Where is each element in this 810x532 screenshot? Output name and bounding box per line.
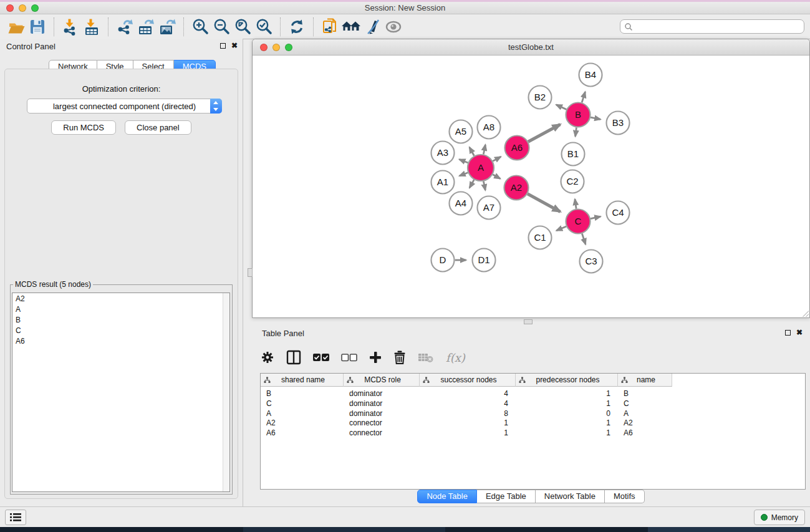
scrollbar-track[interactable] [223,293,229,491]
export-image-button[interactable] [157,17,178,37]
table-settings-button[interactable] [261,351,274,364]
graph-edge-A-A6[interactable] [493,157,501,161]
delete-column-button[interactable] [393,351,406,364]
window-resize-grip[interactable] [801,309,809,317]
graph-edge-A2-C[interactable] [528,194,560,212]
create-column-button[interactable] [369,351,382,364]
graph-edge-B-B4[interactable] [582,92,585,102]
zoom-fit-button[interactable] [232,17,253,37]
graph-node-A4[interactable]: A4 [450,192,473,215]
graph-node-B3[interactable]: B3 [607,112,630,135]
column-header-predecessor-nodes[interactable]: predecessor nodes [516,374,618,387]
graph-edge-A6-B[interactable] [528,124,560,142]
memory-button[interactable]: Memory [754,510,805,525]
graph-node-C4[interactable]: C4 [607,201,630,225]
splitter-handle-vertical[interactable] [248,268,253,277]
mcds-result-item[interactable]: A [12,304,229,314]
zoom-selected-button[interactable] [253,17,274,37]
graphics-details-button[interactable] [362,17,383,37]
table-cell[interactable]: 1 [420,418,516,428]
table-cell[interactable]: 1 [516,428,618,438]
table-cell[interactable]: dominator [344,389,420,399]
graph-edge-B-B1[interactable] [576,127,577,136]
mcds-result-item[interactable]: B [12,314,229,325]
cybrowser-home-button[interactable] [340,17,362,37]
table-cell[interactable]: 1 [516,418,618,428]
show-column-panel-button[interactable] [286,350,301,365]
table-cell[interactable]: dominator [344,409,420,418]
graph-edge-A-A1[interactable] [460,173,468,176]
graph-node-A6[interactable]: A6 [505,136,529,160]
splitter-handle-horizontal[interactable] [524,319,533,324]
table-cell[interactable]: A2 [261,418,344,428]
graph-node-C[interactable]: C [566,210,591,234]
graph-node-A5[interactable]: A5 [450,120,473,143]
import-network-button[interactable] [60,17,81,37]
graph-edge-A-A8[interactable] [483,145,485,154]
graph-node-B2[interactable]: B2 [529,86,552,109]
select-all-columns-button[interactable] [313,353,329,362]
float-table-panel-icon[interactable] [785,330,791,336]
graph-edge-A-A3[interactable] [460,159,468,163]
tab-edge-table[interactable]: Edge Table [477,490,536,503]
import-table-button[interactable] [81,17,102,37]
graph-node-B4[interactable]: B4 [579,64,602,87]
column-header-shared-name[interactable]: shared name [261,374,344,387]
graph-edge-B-B2[interactable] [556,105,566,110]
graph-edge-A-A5[interactable] [470,147,475,156]
tab-motifs[interactable]: Motifs [605,490,645,503]
graph-edge-C-C3[interactable] [582,233,586,244]
table-cell[interactable]: B [261,389,344,399]
table-cell[interactable]: A [618,409,672,418]
graph-node-C3[interactable]: C3 [580,250,603,273]
graph-node-A3[interactable]: A3 [432,142,455,165]
deselect-all-columns-button[interactable] [341,353,357,362]
graph-node-A1[interactable]: A1 [432,171,455,194]
table-cell[interactable]: A [261,409,344,418]
graph-edge-A-A7[interactable] [483,181,485,191]
graph-node-B[interactable]: B [566,103,591,127]
table-cell[interactable]: B [618,389,672,399]
tab-network-table[interactable]: Network Table [536,490,605,503]
graph-edge-C-C1[interactable] [556,226,566,231]
close-panel-button[interactable]: Close panel [125,120,191,135]
close-table-panel-icon[interactable]: ✖ [796,329,803,336]
network-canvas[interactable]: AA1A2A3A4A5A6A7A8BB1B2B3B4CC1C2C3C4DD1 [253,56,809,317]
graph-node-A7[interactable]: A7 [478,196,501,220]
optimization-criterion-dropdown[interactable]: largest connected component (directed) [27,99,222,114]
close-panel-icon[interactable]: ✖ [231,42,238,49]
mcds-result-list[interactable]: A2ABCA6 [12,293,230,492]
network-window-titlebar[interactable]: testGlobe.txt [253,39,809,56]
table-cell[interactable]: 1 [516,389,618,399]
zoom-in-button[interactable] [190,17,211,37]
network-graph[interactable]: AA1A2A3A4A5A6A7A8BB1B2B3B4CC1C2C3C4DD1 [253,56,809,317]
save-session-button[interactable] [27,17,48,37]
graph-edge-C-C2[interactable] [575,199,576,208]
show-hide-annotations-button[interactable] [383,17,404,37]
mcds-result-item[interactable]: C [12,325,229,336]
graph-node-B1[interactable]: B1 [562,143,585,166]
show-panels-button[interactable] [5,510,26,525]
table-cell[interactable]: A6 [261,428,344,438]
table-cell[interactable]: A2 [618,418,672,428]
apply-layout-button[interactable] [286,17,307,37]
new-network-from-selection-button[interactable] [319,17,340,37]
table-cell[interactable]: 1 [420,428,516,438]
table-cell[interactable]: connector [344,428,420,438]
graph-node-A[interactable]: A [468,155,494,181]
search-input[interactable] [635,22,800,32]
graph-node-D1[interactable]: D1 [473,249,496,272]
graph-edge-B-B3[interactable] [591,117,600,119]
export-table-button[interactable] [135,17,157,37]
column-header-MCDS-role[interactable]: MCDS role [344,374,420,387]
graph-node-C1[interactable]: C1 [529,226,552,249]
graph-edge-A-A2[interactable] [493,175,500,179]
graph-edge-C-C4[interactable] [591,216,600,219]
table-cell[interactable]: C [261,399,344,409]
tab-node-table[interactable]: Node Table [417,490,477,503]
table-cell[interactable]: 1 [516,399,618,409]
run-mcds-button[interactable]: Run MCDS [51,120,116,135]
graph-edge-A-A4[interactable] [470,180,474,188]
float-panel-icon[interactable] [220,43,226,49]
mcds-result-item[interactable]: A2 [12,293,229,304]
